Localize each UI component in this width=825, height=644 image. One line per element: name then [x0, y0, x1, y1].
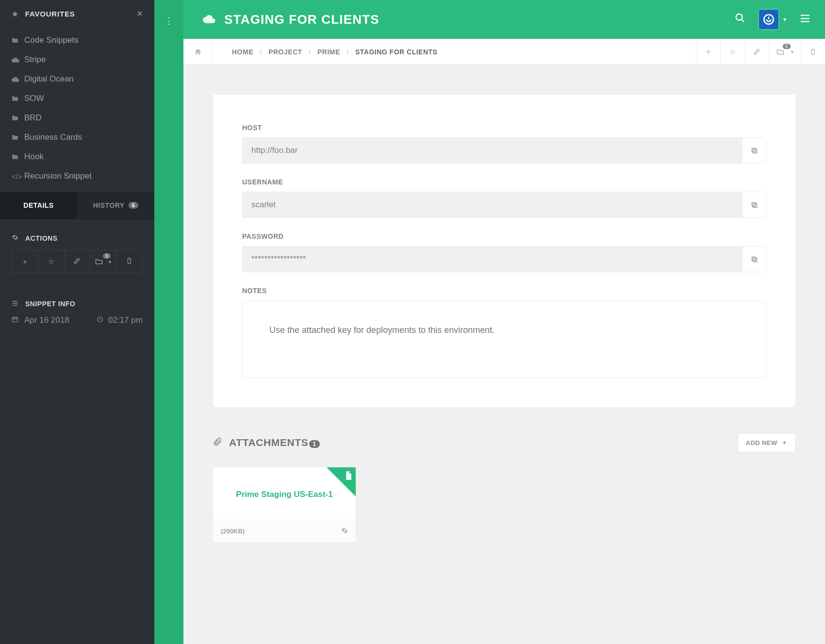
- plus-icon: ＋: [781, 438, 788, 447]
- page-edit-button[interactable]: [744, 39, 769, 65]
- close-icon[interactable]: ×: [137, 9, 143, 19]
- sidebar-item-recursion-snippet[interactable]: </> Recursion Snippet: [0, 166, 154, 186]
- star-outline-icon: ☆: [729, 48, 736, 56]
- detail-card: HOST USERNAME PASSWORD: [213, 94, 796, 408]
- attachment-size: (200KB): [221, 528, 245, 535]
- sidebar-item-label: Stripe: [24, 55, 46, 65]
- sidebar-item-code-snippets[interactable]: Code Snippets: [0, 31, 154, 50]
- password-label: PASSWORD: [242, 232, 766, 240]
- folder-icon: [12, 36, 24, 45]
- sidebar-item-digital-ocean[interactable]: Digital Ocean: [0, 69, 154, 89]
- user-menu[interactable]: ▾: [759, 10, 786, 29]
- page-delete-button[interactable]: [801, 39, 825, 65]
- sidebar-item-brd[interactable]: BRD: [0, 108, 154, 128]
- attachments-count: 1: [309, 440, 319, 448]
- plus-icon: ＋: [21, 257, 29, 266]
- action-folder-button[interactable]: 6 ▾: [90, 250, 116, 273]
- password-field: PASSWORD: [242, 232, 766, 272]
- paperclip-icon: [213, 437, 222, 449]
- star-outline-icon: ☆: [48, 257, 54, 266]
- svg-rect-5: [752, 148, 756, 152]
- actions-header: ACTIONS: [0, 219, 154, 250]
- cloud-icon: [12, 56, 24, 64]
- main: STAGING FOR CLIENTS ▾: [183, 0, 825, 644]
- tab-details[interactable]: DETAILS: [0, 192, 77, 219]
- avatar: [759, 10, 778, 29]
- breadcrumb-home-icon[interactable]: [183, 39, 213, 65]
- copy-password-button[interactable]: [742, 246, 766, 272]
- copy-host-button[interactable]: [742, 137, 766, 164]
- copy-username-button[interactable]: [742, 192, 766, 218]
- username-label: USERNAME: [242, 178, 766, 186]
- svg-rect-4: [753, 149, 757, 153]
- action-folder-badge: 6: [103, 253, 111, 259]
- svg-point-2: [736, 14, 742, 20]
- chevron-down-icon: ▾: [109, 259, 111, 264]
- sidebar-item-label: Digital Ocean: [24, 74, 74, 84]
- plus-icon: ＋: [705, 47, 712, 56]
- page-title: STAGING FOR CLIENTS: [224, 12, 380, 27]
- action-star-button[interactable]: ☆: [38, 250, 65, 273]
- clock-icon: [97, 315, 103, 325]
- attachment-card[interactable]: Prime Staging US-East-1 (200KB): [213, 467, 356, 543]
- kebab-icon[interactable]: ⋮: [165, 16, 173, 644]
- sidebar-item-stripe[interactable]: Stripe: [0, 50, 154, 69]
- add-attachment-button[interactable]: ADD NEW ＋: [738, 433, 796, 452]
- sidebar-rail: ⋮: [154, 0, 183, 644]
- password-input[interactable]: [242, 246, 742, 272]
- action-add-button[interactable]: ＋: [12, 250, 38, 273]
- username-input[interactable]: [242, 192, 742, 218]
- trash-icon: [126, 257, 132, 266]
- attachments-title: ATTACHMENTS1: [229, 437, 320, 448]
- sidebar-item-label: Business Cards: [24, 132, 82, 142]
- page-actions: ＋ ☆ 6 ▾: [696, 39, 825, 65]
- chevron-down-icon: ▾: [783, 16, 786, 23]
- page-folder-button[interactable]: 6 ▾: [769, 39, 801, 65]
- sidebar-item-label: Hook: [24, 152, 44, 162]
- page-add-button[interactable]: ＋: [696, 39, 720, 65]
- favourites-label: FAVOURITES: [25, 10, 75, 18]
- svg-rect-0: [13, 317, 18, 322]
- svg-rect-8: [753, 258, 757, 262]
- attachments-section: ATTACHMENTS1 ADD NEW ＋ Prime Staging US-…: [213, 433, 796, 543]
- file-icon: [345, 471, 352, 482]
- sidebar-item-sow[interactable]: SOW: [0, 89, 154, 108]
- notes-field: NOTES Use the attached key for deploymen…: [242, 287, 766, 378]
- snippet-info-header: SNIPPET INFO: [0, 285, 154, 315]
- attachment-settings-button[interactable]: [341, 527, 348, 535]
- calendar-icon: [12, 315, 18, 325]
- breadcrumb-bar: HOME / PROJECT / PRIME / STAGING FOR CLI…: [183, 39, 825, 65]
- breadcrumb-prime[interactable]: PRIME: [317, 48, 340, 56]
- tab-history[interactable]: HISTORY 6: [77, 192, 154, 219]
- username-field: USERNAME: [242, 178, 766, 218]
- cloud-icon: [203, 13, 215, 26]
- breadcrumb: HOME / PROJECT / PRIME / STAGING FOR CLI…: [213, 48, 437, 56]
- favourites-header: ★ FAVOURITES ×: [0, 0, 154, 28]
- host-input[interactable]: [242, 137, 742, 164]
- sidebar-item-label: SOW: [24, 94, 44, 103]
- gear-icon: [12, 234, 18, 242]
- sidebar-item-label: BRD: [24, 113, 42, 123]
- hamburger-icon[interactable]: [800, 13, 810, 26]
- host-field: HOST: [242, 124, 766, 164]
- sidebar-item-label: Recursion Snippet: [24, 171, 92, 181]
- sidebar-item-hook[interactable]: Hook: [0, 147, 154, 166]
- snippet-date: Apr 16 2018: [24, 315, 69, 325]
- notes-label: NOTES: [242, 287, 766, 295]
- svg-rect-6: [753, 204, 757, 208]
- breadcrumb-project[interactable]: PROJECT: [268, 48, 302, 56]
- sidebar-item-business-cards[interactable]: Business Cards: [0, 128, 154, 147]
- action-delete-button[interactable]: [116, 250, 143, 273]
- sidebar-tabs: DETAILS HISTORY 6: [0, 192, 154, 219]
- folder-open-icon: [95, 258, 103, 266]
- search-icon[interactable]: [735, 13, 745, 26]
- topbar: STAGING FOR CLIENTS ▾: [183, 0, 825, 39]
- history-count-badge: 6: [129, 202, 139, 209]
- breadcrumb-home[interactable]: HOME: [232, 48, 253, 56]
- folder-icon: [12, 95, 24, 103]
- page-star-button[interactable]: ☆: [720, 39, 744, 65]
- svg-rect-7: [752, 202, 756, 206]
- folder-icon: [12, 114, 24, 122]
- page-folder-badge: 6: [783, 44, 791, 49]
- action-edit-button[interactable]: [65, 250, 91, 273]
